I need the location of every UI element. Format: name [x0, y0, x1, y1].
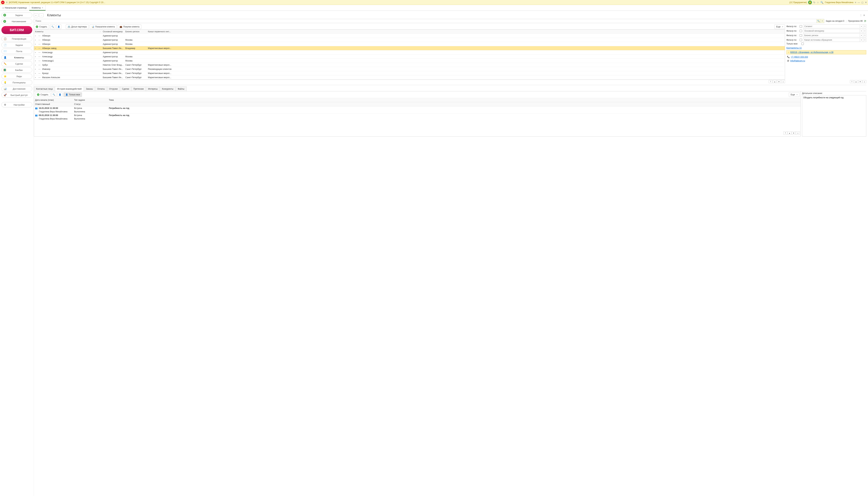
menu-icon[interactable]: ≡	[6, 1, 7, 4]
subtab-orders[interactable]: Заказы	[84, 87, 95, 91]
nav-down-icon[interactable]: ▼	[858, 80, 862, 83]
filter-user-button[interactable]: 👤	[56, 25, 61, 29]
sidebar-item-settings[interactable]: ⚙Настройки	[1, 102, 32, 107]
table-row[interactable]: ▸—АлександрАдминистратор	[34, 50, 785, 55]
tab-start[interactable]: ⌂ Начальная страница	[0, 5, 29, 11]
new-reminder-button[interactable]: + Напоминание	[1, 19, 32, 24]
client-purchases-button[interactable]: 💼Покупки клиента	[118, 25, 141, 29]
dropdown-icon[interactable]: ▾	[860, 38, 863, 42]
header-client-name[interactable]: Клиенты↓	[34, 30, 102, 33]
filter-manager-input[interactable]	[803, 29, 860, 33]
table-row[interactable]: ▸—Александр1АдминистраторМосква	[34, 59, 785, 63]
open-icon[interactable]: ☐	[863, 33, 866, 37]
filter-segment-input[interactable]	[803, 25, 860, 28]
subtab-deals[interactable]: Сделки	[120, 87, 131, 91]
dropdown-icon[interactable]: ▾	[860, 33, 863, 37]
email-link[interactable]: Info@abicorn.ru	[790, 60, 805, 62]
find-history-button[interactable]: 🔍	[51, 92, 57, 97]
table-row[interactable]: ▸—КрокусБахшиев Павел Ин...Санкт-Петербу…	[34, 71, 785, 75]
chevron-right-icon[interactable]: ▸	[35, 47, 36, 49]
nav-last-icon[interactable]: ⤓	[863, 80, 866, 83]
sidebar-item-kanban[interactable]: Канбан	[1, 67, 32, 73]
sidebar-item-mail[interactable]: ✉️Почта	[1, 49, 32, 54]
close-page-icon[interactable]: ✕	[863, 14, 865, 17]
subtab-files[interactable]: Файлы	[175, 87, 187, 91]
table-row[interactable]: ▸—АбикорнАдминистратор	[34, 34, 785, 38]
client-indicators-button[interactable]: 📊Показатели клиента	[90, 25, 117, 29]
nav-last-icon[interactable]: ⤓	[796, 131, 800, 135]
only-mine-toggle[interactable]: 👤Только мои	[64, 92, 82, 97]
table-row[interactable]: ▸—Абикорн заводБахшиев Павел Ин...Владим…	[34, 46, 785, 50]
address-link[interactable]: 600016, г.Владимир, ул.Добросельская, д.…	[790, 51, 833, 53]
search-input[interactable]	[34, 19, 817, 23]
subtab-history[interactable]: История взаимодействий	[55, 87, 84, 91]
filter-channel-input[interactable]	[803, 38, 860, 42]
subtab-shipments[interactable]: Отгрузки	[107, 87, 120, 91]
current-user[interactable]: Гладилина Вера Михайловна	[825, 1, 853, 4]
nav-up-icon[interactable]: ▲	[854, 80, 858, 83]
only-mine-checkbox[interactable]	[801, 43, 804, 45]
table-row[interactable]: ▸—АбикорнАдминистраторМосква	[34, 38, 785, 42]
nav-down-icon[interactable]: ▼	[777, 80, 781, 83]
table-row[interactable]: ▸—АбикорнАдминистраторМосква	[34, 42, 785, 46]
chevron-right-icon[interactable]: ▸	[35, 68, 36, 70]
more-history-button[interactable]: Еще▾	[789, 92, 800, 97]
nav-first-icon[interactable]: ⤒	[850, 80, 854, 83]
sidebar-item-deals[interactable]: ✏️Сделки	[1, 61, 32, 66]
sidebar-item-clients[interactable]: 👤Клиенты	[1, 55, 32, 60]
refresh-icon[interactable]: ⟳	[864, 19, 866, 23]
nav-up-icon[interactable]: ▲	[773, 80, 777, 83]
subtab-payments[interactable]: Оплаты	[95, 87, 107, 91]
header-business-region[interactable]: Бизнес-регион	[124, 30, 147, 33]
filter-history-user-button[interactable]: 👤	[58, 92, 63, 97]
table-row[interactable]: ▸—Магазин АпельсинБахшиев Павел Ин...Сан…	[34, 75, 785, 79]
bell-icon[interactable]: 🔔	[808, 1, 812, 4]
chevron-right-icon[interactable]: ▸	[35, 39, 36, 41]
search-clear-button[interactable]: ×	[820, 19, 824, 23]
new-task-button[interactable]: + Задача	[1, 13, 32, 18]
chevron-right-icon[interactable]: ▸	[35, 76, 36, 78]
bitcrm-button[interactable]: БИТ.CRM	[1, 26, 32, 34]
back-button[interactable]: ←	[34, 13, 38, 17]
dropdown-icon[interactable]: ▾	[860, 29, 863, 33]
settings-icon[interactable]: ≡	[855, 1, 856, 4]
sidebar-item-quickaccess[interactable]: 🚀Быстрый доступ	[1, 92, 32, 98]
history-entry[interactable]: 👥16.01.2018 11:30:00ВстречаПотребность н…	[34, 106, 801, 113]
open-icon[interactable]: ☐	[863, 29, 866, 33]
sidebar-item-achievements[interactable]: 📊Достижения	[1, 86, 32, 91]
subtab-contacts[interactable]: Контактные лица	[34, 87, 55, 91]
search-icon[interactable]: 🔍	[820, 1, 823, 4]
sidebar-item-planner[interactable]: 📋Планировщик	[1, 36, 32, 41]
header-type[interactable]: Тип задачи	[73, 98, 108, 102]
history-icon[interactable]: ↻	[813, 1, 816, 4]
header-status[interactable]: Статус	[73, 102, 108, 106]
maximize-icon[interactable]: ◻	[862, 1, 864, 4]
header-responsible[interactable]: Ответственный	[34, 102, 73, 106]
nav-up-icon[interactable]: ▲	[788, 131, 791, 135]
more-button[interactable]: Еще▾	[774, 25, 785, 29]
header-primary-channel[interactable]: Канал первичного инт...	[147, 30, 785, 33]
open-icon[interactable]: ☐	[863, 25, 866, 28]
table-row[interactable]: ▸—АлександрАдминистраторМосква	[34, 55, 785, 59]
minimize-icon[interactable]: —	[857, 1, 860, 4]
partner-dossier-button[interactable]: 📇Досье партнера	[66, 25, 89, 29]
phone-link[interactable]: +7 (4922) 333-333	[791, 56, 808, 58]
filter-region-input[interactable]	[803, 33, 860, 37]
subtab-competitors[interactable]: Конкуренты	[160, 87, 176, 91]
detail-textarea[interactable]	[802, 95, 866, 137]
nav-down-icon[interactable]: ▼	[792, 131, 795, 135]
chevron-right-icon[interactable]: ▸	[35, 43, 36, 45]
chevron-right-icon[interactable]: ▸	[35, 64, 36, 66]
close-icon[interactable]: ✕	[865, 1, 867, 4]
open-icon[interactable]: ☐	[863, 38, 866, 42]
subtab-claims[interactable]: Претензии	[131, 87, 146, 91]
find-button[interactable]: 🔍	[50, 25, 55, 29]
search-button[interactable]: 🔍	[817, 19, 820, 23]
filter-manager-checkbox[interactable]	[800, 30, 802, 32]
header-main-manager[interactable]: Основной менеджер	[102, 30, 124, 33]
filter-region-checkbox[interactable]	[800, 34, 802, 37]
chevron-right-icon[interactable]: ▸	[35, 72, 36, 74]
forward-button[interactable]: →	[39, 13, 44, 17]
chevron-right-icon[interactable]: ▸	[35, 35, 36, 37]
create-history-button[interactable]: +Создать	[35, 92, 50, 97]
